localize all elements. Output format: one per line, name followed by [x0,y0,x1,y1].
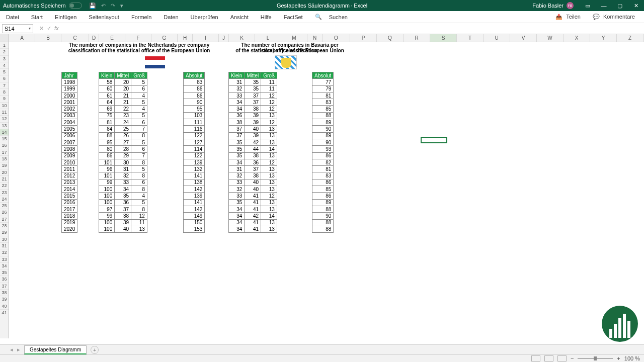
cell[interactable]: 122 [184,152,205,159]
cell[interactable]: 12 [261,99,277,106]
cell[interactable]: 13 [261,179,277,186]
cell[interactable]: 41 [245,199,261,206]
cell[interactable]: 42 [245,139,261,145]
col-head[interactable]: V [510,34,537,42]
cell[interactable]: 29 [115,152,131,159]
cell[interactable]: 13 [261,152,277,159]
cell[interactable]: 5 [131,79,147,85]
cell[interactable]: 90 [312,126,334,132]
view-layout-icon[interactable] [544,355,553,361]
cell[interactable]: 39 [245,132,261,139]
cell[interactable]: 14 [261,146,277,152]
cell[interactable]: 2009 [62,152,77,159]
spreadsheet-grid[interactable]: A B C D E F G H I J K L M N O P Q R S T … [0,34,644,338]
cell[interactable]: 95 [99,139,115,145]
cell[interactable]: 40 [115,226,131,232]
cell[interactable]: 38 [245,172,261,179]
cell[interactable]: 42 [245,213,261,219]
cell[interactable]: 103 [184,112,205,119]
cell[interactable]: 12 [261,92,277,99]
cell[interactable]: 32 [115,172,131,179]
cell[interactable]: 23 [115,112,131,119]
tab-formeln[interactable]: Formeln [129,13,153,21]
row-head[interactable]: 27 [0,216,9,223]
cell[interactable]: 88 [99,132,115,139]
cell[interactable]: 5 [131,199,147,206]
cell[interactable]: 5 [131,166,147,172]
cell[interactable]: 88 [312,219,334,226]
row-head[interactable]: 28 [0,223,9,229]
cell[interactable]: 2001 [62,99,77,106]
search-box[interactable]: 🔍Suchen [313,13,350,21]
cell[interactable]: 111 [184,119,205,126]
cell[interactable]: 13 [261,172,277,179]
row-head[interactable]: 29 [0,229,9,236]
cell[interactable]: 8 [131,186,147,193]
cell[interactable]: 2013 [62,179,77,186]
cell[interactable]: 58 [99,79,115,85]
cell[interactable]: 21 [115,92,131,99]
cell[interactable]: 86 [184,92,205,99]
cell[interactable]: 83 [312,99,334,106]
cell[interactable]: 34 [229,99,245,106]
cell[interactable]: 96 [99,166,115,172]
cell[interactable]: 33 [229,179,245,186]
cell[interactable]: 89 [312,132,334,139]
row-head[interactable]: 24 [0,196,9,203]
cell[interactable]: 2006 [62,132,77,139]
cell[interactable]: 85 [312,106,334,112]
cell[interactable]: 6 [131,179,147,186]
cell[interactable]: 34 [229,213,245,219]
row-head[interactable]: 17 [0,149,9,156]
cell[interactable]: 2003 [62,112,77,119]
cell[interactable]: 100 [99,193,115,199]
cell[interactable]: 60 [99,85,115,92]
cell[interactable]: 2018 [62,213,77,219]
cell[interactable]: 32 [229,172,245,179]
cell[interactable]: 35 [245,85,261,92]
row-head[interactable]: 33 [0,256,9,263]
row-head[interactable]: 14 [0,129,9,136]
cell[interactable]: 2000 [62,92,77,99]
next-sheet-icon[interactable]: ▸ [17,346,20,353]
sheet-tab[interactable]: Gestapeltes Diagramm [24,345,87,354]
col-head[interactable]: Z [617,34,643,42]
col-head[interactable]: L [255,34,281,42]
col-head[interactable]: D [89,34,99,42]
cell[interactable]: 31 [229,166,245,172]
col-head[interactable]: Y [590,34,617,42]
cell[interactable]: 33 [115,179,131,186]
cell[interactable]: 39 [245,112,261,119]
cell[interactable]: 13 [261,199,277,206]
cell[interactable]: 88 [312,206,334,212]
prev-sheet-icon[interactable]: ◂ [10,346,13,353]
cell[interactable]: 85 [312,186,334,193]
cell[interactable]: 86 [312,179,334,186]
row-head[interactable]: 8 [0,89,9,96]
cell[interactable]: 61 [99,92,115,99]
cell[interactable]: 12 [261,106,277,112]
row-head[interactable]: 7 [0,82,9,89]
cell[interactable]: 35 [229,152,245,159]
cell[interactable]: 4 [131,106,147,112]
cell[interactable]: 24 [115,119,131,126]
cell[interactable]: 84 [99,126,115,132]
row-head[interactable]: 35 [0,269,9,276]
cell[interactable]: 30 [115,159,131,165]
undo-icon[interactable]: ↶ [101,3,106,9]
cell[interactable]: 13 [261,132,277,139]
cell[interactable]: 25 [115,126,131,132]
row-head[interactable]: 34 [0,263,9,269]
cell[interactable]: 127 [184,139,205,145]
cell[interactable]: 100 [99,199,115,206]
cell[interactable]: 35 [229,146,245,152]
row-head[interactable]: 15 [0,136,9,142]
cell[interactable]: 8 [131,172,147,179]
cell[interactable]: 83 [184,79,205,85]
cell[interactable]: 99 [99,179,115,186]
cell[interactable]: 116 [184,126,205,132]
cell[interactable]: 5 [131,99,147,106]
cell[interactable]: 97 [99,206,115,212]
cell[interactable]: 100 [99,219,115,226]
tab-uberprufen[interactable]: Überprüfen [189,13,220,21]
